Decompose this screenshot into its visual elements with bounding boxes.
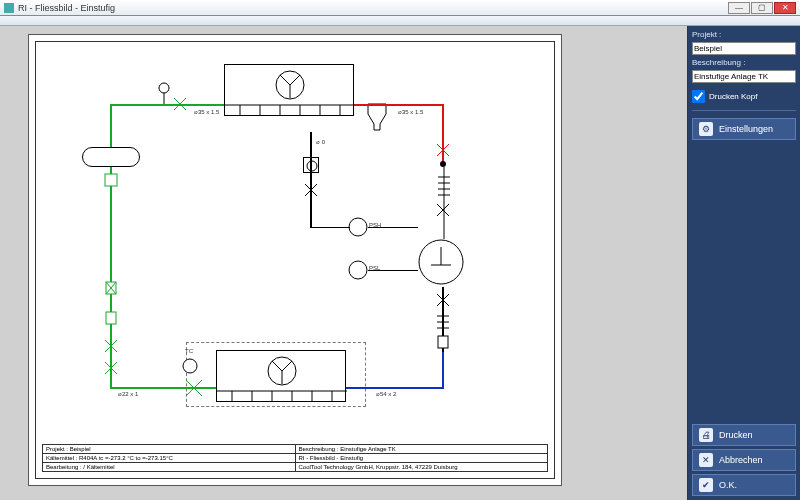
drucken-kopf-checkbox[interactable]: [692, 90, 705, 103]
separator-symbol: [366, 102, 388, 132]
projekt-label: Projekt :: [692, 30, 796, 39]
valve-stack-low: [435, 292, 451, 352]
pipe-size-35b: ⌀35 x 1.5: [398, 108, 423, 115]
pipe-size-54: ⌀54 x 2: [376, 390, 396, 397]
svg-rect-21: [105, 174, 117, 186]
print-label: Drucken: [719, 430, 753, 440]
svg-point-19: [349, 261, 367, 279]
printer-icon: 🖨: [699, 428, 713, 442]
svg-rect-23: [106, 312, 116, 324]
tb-projekt: Projekt : Beispiel: [43, 445, 296, 453]
title-block: Projekt : BeispielBeschreibung : Einstuf…: [42, 444, 548, 472]
pipe-size-0: ⌀ 0: [316, 138, 325, 145]
pipe-liquid: [346, 387, 444, 389]
projekt-input[interactable]: [692, 42, 796, 55]
evaporator-unit: [216, 350, 346, 402]
print-button[interactable]: 🖨 Drucken: [692, 424, 796, 446]
cancel-button[interactable]: ✕ Abbrechen: [692, 449, 796, 471]
valve: [303, 182, 319, 198]
pipe-discharge: [354, 104, 444, 106]
pipe-aux: [310, 227, 350, 228]
pipe-size-22: ⌀22 x 1: [118, 390, 138, 397]
valve-top: [156, 82, 196, 110]
valve: [435, 202, 451, 218]
close-icon: ✕: [699, 453, 713, 467]
ok-label: O.K.: [719, 480, 737, 490]
ribbon-tabs: [0, 16, 800, 26]
ok-button[interactable]: ✔ O.K.: [692, 474, 796, 496]
tb-kaeltemittel: Kältemittel : R404A tc =-273.2 °C to =-2…: [43, 454, 296, 462]
tb-sheet: RI - Fliessbild - Einstufig: [296, 454, 548, 462]
condenser-unit: [224, 64, 354, 116]
drawing-sheet: PSH PSL TC: [28, 34, 562, 486]
psl-indicator: [348, 260, 368, 280]
compressor-symbol: [416, 237, 466, 287]
drucken-kopf-label: Drucken Kopf: [709, 92, 757, 101]
fan-icon: [217, 351, 347, 403]
valve-stack: [103, 172, 119, 382]
window-titlebar: RI - Fliessbild - Einstufig — ▢ ✕: [0, 0, 800, 16]
pipe-suction: [110, 104, 112, 147]
beschreibung-label: Beschreibung :: [692, 58, 796, 67]
side-panel: Projekt : Beschreibung : Drucken Kopf ⚙ …: [688, 26, 800, 500]
receiver: [82, 147, 140, 167]
check-icon: ✔: [699, 478, 713, 492]
tb-beschreibung: Beschreibung : Einstufige Anlage TK: [296, 445, 548, 453]
tc-indicator: [182, 358, 198, 374]
svg-point-17: [307, 161, 317, 171]
gear-icon: ⚙: [699, 122, 713, 136]
psl-lead: [368, 270, 418, 271]
beschreibung-input[interactable]: [692, 70, 796, 83]
expansion-valve: [184, 378, 204, 398]
window-title: RI - Fliessbild - Einstufig: [18, 3, 115, 13]
svg-rect-35: [438, 336, 448, 348]
pipe-liquid: [442, 352, 444, 389]
psh-indicator: [348, 217, 368, 237]
app-icon: [4, 3, 14, 13]
pipe-aux: [310, 200, 312, 228]
close-button[interactable]: ✕: [774, 2, 796, 14]
svg-point-20: [183, 359, 197, 373]
svg-point-24: [159, 83, 169, 93]
tb-bearbeitung: Bearbeitung : / Kältemittel: [43, 463, 296, 471]
settings-button[interactable]: ⚙ Einstellungen: [692, 118, 796, 140]
maximize-button[interactable]: ▢: [751, 2, 773, 14]
pipe-size-35a: ⌀35 x 1.5: [194, 108, 219, 115]
minimize-button[interactable]: —: [728, 2, 750, 14]
cancel-label: Abbrechen: [719, 455, 763, 465]
settings-label: Einstellungen: [719, 124, 773, 134]
tc-label: TC: [185, 348, 193, 354]
tb-footer: CoolTool Technology GmbH, Kruppstr. 184,…: [296, 463, 548, 471]
svg-point-18: [349, 218, 367, 236]
drawing-canvas[interactable]: PSH PSL TC: [0, 26, 688, 500]
psh-lead: [368, 227, 418, 228]
fan-icon: [225, 65, 355, 117]
